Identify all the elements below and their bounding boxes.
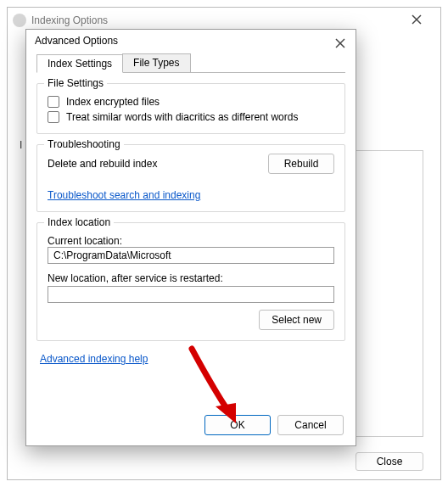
close-icon [335, 38, 345, 48]
new-location-label: New location, after service is restarted… [48, 272, 334, 284]
rebuild-button[interactable]: Rebuild [268, 154, 334, 174]
tab-file-types[interactable]: File Types [122, 53, 190, 72]
dialog-title: Advanced Options [26, 30, 356, 52]
tab-index-settings[interactable]: Index Settings [36, 54, 123, 73]
ok-button[interactable]: OK [204, 415, 271, 435]
truncated-label: I [20, 139, 22, 151]
index-encrypted-row[interactable]: Index encrypted files [48, 96, 334, 108]
parent-close-btn[interactable]: Close [356, 452, 423, 471]
advanced-options-dialog: Advanced Options Index Settings File Typ… [25, 29, 356, 446]
delete-rebuild-label: Delete and rebuild index [48, 158, 157, 170]
dialog-button-bar: OK Cancel [26, 406, 356, 445]
index-location-group: Index location Current location: New loc… [36, 222, 345, 341]
dialog-close-button[interactable] [332, 35, 349, 52]
file-settings-group: File Settings Index encrypted files Trea… [36, 83, 345, 134]
advanced-help-link[interactable]: Advanced indexing help [40, 353, 345, 365]
diacritics-row[interactable]: Treat similar words with diacritics as d… [48, 111, 334, 123]
select-new-button[interactable]: Select new [259, 310, 334, 330]
index-location-title: Index location [44, 216, 114, 228]
diacritics-label: Treat similar words with diacritics as d… [66, 111, 298, 123]
parent-close-button[interactable] [400, 8, 434, 31]
new-location-field[interactable] [48, 286, 334, 303]
file-settings-title: File Settings [44, 77, 107, 89]
close-icon [412, 14, 422, 25]
troubleshooting-group: Troubleshooting Delete and rebuild index… [36, 144, 345, 212]
cancel-button[interactable]: Cancel [277, 415, 344, 435]
indexing-options-icon [13, 14, 26, 27]
tab-strip: Index Settings File Types [36, 53, 345, 73]
index-encrypted-label: Index encrypted files [66, 96, 160, 108]
diacritics-checkbox[interactable] [48, 111, 59, 123]
troubleshoot-link[interactable]: Troubleshoot search and indexing [48, 189, 200, 201]
index-encrypted-checkbox[interactable] [48, 96, 59, 108]
current-location-label: Current location: [48, 235, 334, 247]
current-location-field [48, 247, 334, 264]
parent-window-title: Indexing Options [31, 14, 108, 26]
troubleshooting-title: Troubleshooting [44, 138, 124, 150]
